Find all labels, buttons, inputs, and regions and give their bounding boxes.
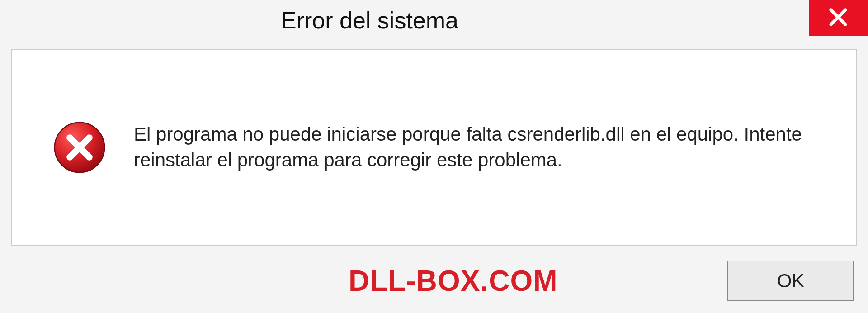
close-icon: [827, 6, 849, 30]
close-button[interactable]: [809, 0, 868, 36]
ok-button-label: OK: [777, 270, 805, 292]
error-message: El programa no puede iniciarse porque fa…: [134, 122, 816, 173]
error-icon: [52, 120, 107, 175]
watermark-text: DLL-BOX.COM: [14, 264, 558, 298]
dialog-title: Error del sistema: [0, 0, 458, 34]
dialog-footer: DLL-BOX.COM OK: [0, 254, 868, 313]
titlebar: Error del sistema: [0, 0, 868, 46]
content-panel: El programa no puede iniciarse porque fa…: [11, 49, 857, 246]
ok-button[interactable]: OK: [727, 261, 854, 301]
error-dialog: Error del sistema: [0, 0, 868, 313]
